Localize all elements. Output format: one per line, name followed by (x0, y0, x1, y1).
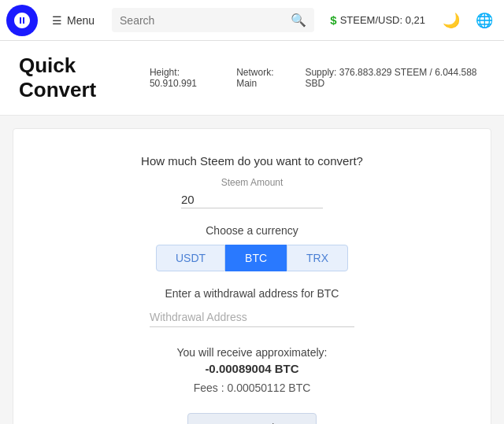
convert-question: How much Steem do you want to convert? (32, 154, 472, 168)
price-label: STEEM/USD: 0,21 (340, 14, 425, 26)
meta-supply: Supply: 376.883.829 STEEM / 6.044.588 SB… (305, 67, 485, 89)
network-value: Main (236, 78, 257, 89)
page-title-bar: Quick Convert Height: 50.910.991 Network… (0, 41, 504, 116)
menu-button[interactable]: ☰ Menu (44, 9, 102, 31)
receive-info: You will receive approximately: -0.00089… (32, 346, 472, 375)
header: ☰ Menu 🔍 $ STEEM/USD: 0,21 🌙 🌐 (0, 0, 504, 41)
currency-buttons: USDT BTC TRX (32, 245, 472, 271)
main-content: How much Steem do you want to convert? S… (13, 128, 491, 424)
header-right: $ STEEM/USD: 0,21 🌙 🌐 (324, 7, 498, 34)
currency-btn-btc[interactable]: BTC (225, 245, 287, 271)
currency-btn-trx[interactable]: TRX (287, 245, 348, 271)
create-order-button[interactable]: Create Order (187, 413, 317, 424)
steem-amount-group: Steem Amount (32, 177, 472, 208)
meta-info: Height: 50.910.991 Network: Main Supply:… (150, 67, 485, 89)
receive-label: You will receive approximately: (32, 346, 472, 359)
receive-amount: -0.00089004 BTC (32, 362, 472, 375)
steem-logo-icon (13, 11, 32, 30)
globe-icon: 🌐 (476, 12, 493, 29)
withdrawal-input-wrap (32, 308, 472, 327)
globe-button[interactable]: 🌐 (471, 7, 498, 34)
dark-mode-button[interactable]: 🌙 (438, 7, 465, 34)
meta-height: Height: 50.910.991 (150, 67, 224, 89)
price-currency: $ (330, 13, 336, 27)
choose-currency-label: Choose a currency (32, 224, 472, 237)
hamburger-icon: ☰ (52, 14, 62, 27)
menu-label: Menu (67, 14, 94, 27)
steem-amount-input[interactable] (181, 191, 323, 208)
price-badge: $ STEEM/USD: 0,21 (324, 10, 432, 30)
withdrawal-label: Enter a withdrawal address for BTC (32, 287, 472, 300)
meta-network: Network: Main (236, 67, 292, 89)
height-label: Height: (150, 67, 180, 78)
supply-label: Supply: (305, 67, 336, 78)
search-icon: 🔍 (291, 13, 306, 28)
search-area: 🔍 (112, 8, 314, 32)
height-value: 50.910.991 (150, 78, 197, 89)
currency-btn-usdt[interactable]: USDT (156, 245, 225, 271)
withdrawal-input[interactable] (150, 308, 354, 327)
search-input[interactable] (120, 14, 284, 27)
network-label: Network: (236, 67, 273, 78)
fees-text: Fees : 0.00050112 BTC (32, 382, 472, 394)
page-title: Quick Convert (19, 53, 150, 102)
steem-amount-label: Steem Amount (221, 177, 284, 188)
logo (6, 5, 38, 36)
moon-icon: 🌙 (443, 12, 460, 29)
